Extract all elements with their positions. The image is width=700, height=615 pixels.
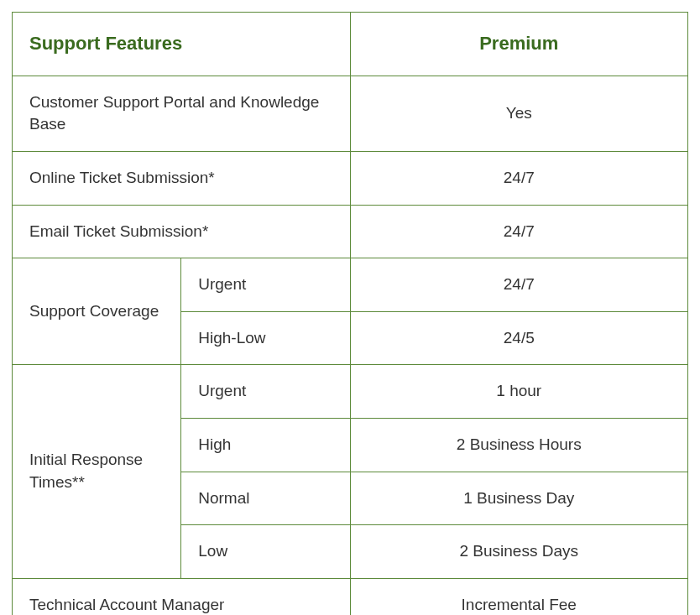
table-row: Email Ticket Submission* 24/7 — [13, 205, 688, 258]
feature-tam-value: Incremental Fee — [350, 578, 688, 615]
feature-portal-label: Customer Support Portal and Knowledge Ba… — [13, 76, 351, 151]
feature-response-urgent-value: 1 hour — [350, 365, 688, 419]
feature-response-low-label: Low — [181, 525, 350, 579]
feature-email-ticket-value: 24/7 — [350, 205, 688, 258]
table-row: Initial Response Times** Urgent 1 hour — [13, 365, 688, 419]
feature-portal-value: Yes — [350, 76, 688, 151]
feature-support-coverage-urgent-label: Urgent — [181, 258, 350, 312]
feature-response-high-label: High — [181, 418, 350, 472]
feature-online-ticket-label: Online Ticket Submission* — [13, 151, 351, 205]
feature-response-normal-value: 1 Business Day — [350, 472, 688, 525]
feature-response-urgent-label: Urgent — [181, 365, 350, 419]
feature-support-coverage-label: Support Coverage — [13, 258, 181, 365]
header-premium: Premium — [350, 13, 688, 76]
feature-support-coverage-urgent-value: 24/7 — [350, 258, 688, 312]
feature-online-ticket-value: 24/7 — [350, 151, 688, 205]
header-support-features: Support Features — [13, 13, 351, 76]
feature-response-times-label: Initial Response Times** — [13, 365, 181, 578]
feature-support-coverage-highlow-value: 24/5 — [350, 311, 688, 365]
feature-response-normal-label: Normal — [181, 472, 350, 525]
table-row: Customer Support Portal and Knowledge Ba… — [13, 76, 688, 151]
table-row: Support Coverage Urgent 24/7 — [13, 258, 688, 312]
table-row: Online Ticket Submission* 24/7 — [13, 151, 688, 205]
table-header-row: Support Features Premium — [13, 13, 688, 76]
feature-tam-label: Technical Account Manager — [13, 578, 351, 615]
feature-response-low-value: 2 Business Days — [350, 525, 688, 579]
feature-email-ticket-label: Email Ticket Submission* — [13, 205, 351, 258]
feature-support-coverage-highlow-label: High-Low — [181, 311, 350, 365]
feature-response-high-value: 2 Business Hours — [350, 418, 688, 472]
support-features-table: Support Features Premium Customer Suppor… — [12, 12, 688, 615]
table-row: Technical Account Manager Incremental Fe… — [13, 578, 688, 615]
